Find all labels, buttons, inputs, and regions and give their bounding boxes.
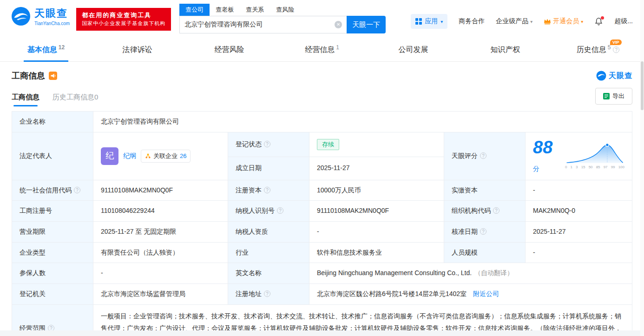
field-reg-status-value: 存续 (309, 132, 444, 157)
tianyancha-logo[interactable]: 天眼查 TianYanCha.com (11, 7, 70, 26)
search-input[interactable] (184, 21, 335, 28)
score-value: 88 (533, 138, 552, 157)
auto-translate-note: （自动翻译） (474, 269, 513, 277)
score-axis-ticks: 0131550859799100 (565, 165, 624, 170)
table-row: 工商注册号 110108046229244 纳税人识别号? 91110108MA… (12, 201, 632, 222)
company-name: 北京宁创管理咨询有限公司 (101, 118, 179, 125)
field-approval-date-label: 核准日期? (444, 222, 526, 243)
tab-operating-risk[interactable]: 经营风险 (184, 38, 276, 61)
field-paid-capital-value: - (526, 180, 632, 201)
field-business-term-value: 2025-11-27 至 无固定期限 (93, 222, 228, 243)
subtab-business-registration[interactable]: 工商信息 (12, 93, 39, 106)
company-type: 有限责任公司（法人独资） (101, 249, 179, 256)
export-button[interactable]: 导出 (595, 88, 632, 105)
field-staff-size-value: - (526, 242, 632, 263)
help-icon[interactable]: ? (74, 187, 80, 193)
org-code: MAK2MN0Q-0 (533, 207, 575, 214)
scrollbar[interactable] (640, 0, 644, 336)
field-company-type-value: 有限责任公司（法人独资） (93, 242, 228, 263)
search-tabs: 查公司 查老板 查关系 查风险 (179, 4, 386, 16)
nav-vip-label: 开通会员 (553, 17, 579, 26)
field-reg-capital-value: 10000万人民币 (309, 180, 444, 201)
field-reg-number-label: 工商注册号 (12, 201, 93, 222)
export-icon (603, 93, 610, 99)
table-row: 营业期限 2025-11-27 至 无固定期限 纳税人资质 - 核准日期? 20… (12, 222, 632, 243)
paid-capital: - (533, 186, 535, 194)
help-icon[interactable]: ? (277, 207, 283, 214)
tab-count: 1 (336, 44, 339, 51)
field-taxpayer-quality-label: 纳税人资质 (228, 222, 309, 243)
clear-search-icon[interactable]: ✕ (335, 21, 342, 28)
field-credit-code-label: 统一社会信用代码? (12, 180, 93, 201)
nav-business-cooperation[interactable]: 商务合作 (459, 17, 485, 26)
field-industry-value: 软件和信息技术服务业 (309, 242, 444, 263)
establish-date: 2025-11-27 (317, 164, 350, 171)
field-score-label: 天眼评分? (444, 132, 526, 180)
apps-menu-button[interactable]: 应用 ▾ (411, 14, 447, 29)
field-approval-date-value: 2025-11-27 (526, 222, 632, 243)
field-reg-number-value: 110108046229244 (93, 201, 228, 222)
tab-label: 经营风险 (215, 46, 244, 53)
field-label: 英文名称 (236, 269, 262, 277)
search-tab-relation[interactable]: 查关系 (240, 4, 270, 16)
table-row: 企业类型 有限责任公司（法人独资） 行业 软件和信息技术服务业 人员规模 - (12, 242, 632, 263)
search-button[interactable]: 天眼一下 (347, 16, 386, 33)
help-icon[interactable]: ? (480, 228, 486, 235)
help-icon[interactable]: ? (264, 141, 270, 147)
field-industry-label: 行业 (228, 242, 309, 263)
subtab-history-registration[interactable]: 历史工商信息0 (53, 93, 98, 106)
score-number: 88分 (533, 138, 559, 174)
slogan-badge: 都在用的商业查询工具 国家中小企业发展子基金旗下机构 (76, 8, 171, 31)
tab-company-development[interactable]: 公司发展 (368, 38, 460, 61)
nav-super-vip[interactable]: 超级... (614, 17, 633, 26)
legal-rep-avatar[interactable]: 纪 (101, 147, 118, 165)
tab-business-info[interactable]: 经营信息1 (276, 38, 368, 61)
help-icon[interactable]: ? (613, 46, 619, 53)
field-label: 组织机构代码 (452, 207, 491, 214)
reg-capital: 10000万人民币 (317, 186, 361, 194)
legal-rep-name-link[interactable]: 纪纲 (123, 151, 136, 161)
search-tab-boss[interactable]: 查老板 (210, 4, 240, 16)
score-curve-chart: 0131550859799100 (565, 142, 624, 170)
field-label: 营业期限 (20, 228, 46, 235)
help-icon[interactable]: ? (480, 152, 486, 159)
field-label: 实缴资本 (452, 186, 478, 194)
nearby-companies-link[interactable]: 附近公司 (473, 290, 499, 297)
tianyancha-watermark: 天眼查 (596, 71, 632, 81)
business-term: 2025-11-27 至 无固定期限 (101, 228, 176, 235)
field-label: 核准日期 (452, 228, 478, 235)
help-icon[interactable]: ? (264, 290, 270, 297)
brand-name: 天眼查 (34, 7, 70, 20)
field-reg-authority-label: 登记机关 (12, 284, 93, 305)
business-info-table: 企业名称 北京宁创管理咨询有限公司 法定代表人 纪 纪纲 (12, 111, 632, 336)
notifications-bell-icon[interactable] (594, 17, 603, 26)
help-icon[interactable]: ? (264, 187, 270, 193)
approval-date: 2025-11-27 (533, 228, 566, 235)
related-companies-pill[interactable]: 关联企业 26 (141, 150, 191, 163)
search-tab-company[interactable]: 查公司 (179, 4, 210, 16)
help-icon[interactable]: ? (493, 207, 499, 214)
scrollbar-thumb[interactable] (641, 61, 644, 110)
field-company-name-label: 企业名称 (12, 112, 93, 132)
nav-enterprise-products[interactable]: 企业级产品 ▾ (496, 17, 532, 26)
field-taxpayer-id-label: 纳税人识别号? (228, 201, 309, 222)
tab-label: 基本信息 (27, 46, 57, 53)
field-taxpayer-quality-value: - (309, 222, 444, 243)
chevron-down-icon: ▾ (530, 19, 532, 24)
field-reg-address-label: 注册地址? (228, 284, 309, 305)
tab-label: 法律诉讼 (123, 46, 152, 53)
slogan-line2: 国家中小企业发展子基金旗下机构 (82, 20, 165, 27)
field-reg-status-label: 登记状态? (228, 132, 309, 157)
tab-intellectual-property[interactable]: 知识产权 (460, 38, 552, 61)
tab-history-info[interactable]: 历史信息5? VIP (552, 38, 644, 61)
search-tab-risk[interactable]: 查风险 (270, 4, 300, 16)
top-header: 天眼查 TianYanCha.com 都在用的商业查询工具 国家中小企业发展子基… (0, 0, 644, 33)
tab-legal-litigation[interactable]: 法律诉讼 (92, 38, 184, 61)
tab-label: 公司发展 (399, 46, 428, 53)
field-reg-address-value: 北京市海淀区魏公村路6号院1号楼14层2单元1402室 附近公司 (309, 284, 632, 305)
nav-open-vip[interactable]: 开通会员 ▾ (544, 17, 583, 26)
announcement-icon[interactable] (49, 72, 57, 80)
section-header: 工商信息 天眼查 (12, 70, 632, 81)
apps-menu-label: 应用 (425, 17, 438, 26)
tab-basic-info[interactable]: 基本信息12 (0, 38, 92, 61)
